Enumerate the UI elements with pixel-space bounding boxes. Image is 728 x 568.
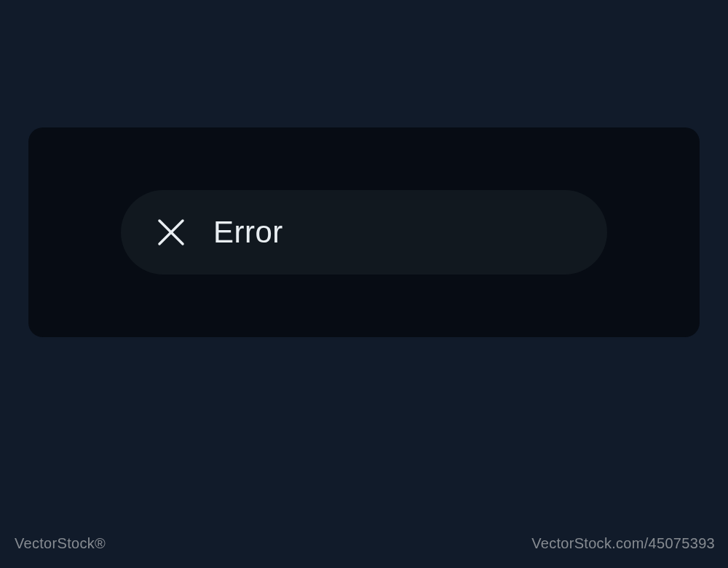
watermark-id: VectorStock.com/45075393	[531, 535, 715, 552]
close-icon[interactable]	[154, 215, 189, 250]
error-pill: Error	[121, 190, 607, 275]
watermark-brand: VectorStock®	[15, 535, 106, 552]
error-panel: Error	[28, 127, 700, 337]
error-text: Error	[213, 215, 283, 250]
